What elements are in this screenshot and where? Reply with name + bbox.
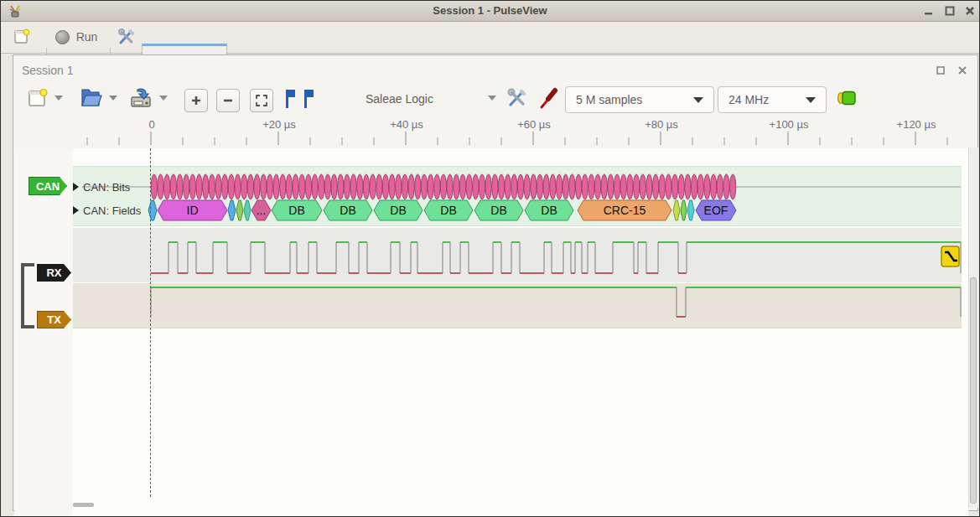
zoom-in-icon <box>189 94 203 107</box>
signal-group-bracket[interactable] <box>21 263 34 328</box>
new-view-icon <box>27 87 49 109</box>
chevron-down-icon <box>806 97 816 103</box>
run-button[interactable]: Run <box>49 23 103 50</box>
ruler-major-label: +80 µs <box>645 118 678 131</box>
minimize-button[interactable] <box>923 5 935 17</box>
device-dropdown-icon[interactable] <box>488 96 496 101</box>
device-selector[interactable]: Saleae Logic <box>366 91 458 106</box>
run-button-label: Run <box>76 30 98 44</box>
ruler-major-label: 0 <box>148 118 154 131</box>
expander-icon-bits[interactable] <box>73 183 79 191</box>
vertical-scrollbar[interactable] <box>968 147 978 508</box>
probe-icon <box>538 87 562 111</box>
ruler-major-label: +20 µs <box>262 118 296 131</box>
sample-count-value: 5 M samples <box>576 93 642 106</box>
settings-button[interactable] <box>113 23 140 50</box>
close-button[interactable] <box>964 5 976 17</box>
vertical-scrollbar-thumb[interactable] <box>970 277 977 504</box>
decoder-tag-can[interactable]: CAN <box>29 177 67 195</box>
session-dock-title: Session 1 <box>22 64 73 77</box>
sample-count-combobox[interactable]: 5 M samples <box>565 86 714 113</box>
configure-device-button[interactable] <box>506 87 528 112</box>
zoom-fit-icon <box>255 94 268 107</box>
run-state-icon <box>55 30 70 44</box>
window-title: Session 1 - PulseView <box>1 4 979 17</box>
decoder-row-fields-label[interactable]: CAN: Fields <box>83 204 141 217</box>
horizontal-scrollbar-thumb[interactable] <box>73 503 94 507</box>
decoder-band <box>73 166 962 226</box>
expander-icon-fields[interactable] <box>73 206 79 215</box>
session-dock: Session 1 <box>13 54 978 511</box>
ruler-major-label: +100 µs <box>770 118 809 131</box>
decoder-row-bits-label[interactable]: CAN: Bits <box>83 181 130 194</box>
rx-band <box>73 228 962 282</box>
tx-band <box>73 283 962 328</box>
device-label: Saleae Logic <box>366 92 433 106</box>
new-session-button[interactable] <box>8 23 36 50</box>
channels-button[interactable] <box>837 90 858 109</box>
save-button[interactable] <box>129 86 153 113</box>
open-dropdown-icon[interactable] <box>109 96 117 101</box>
sample-rate-value: 24 MHz <box>729 93 769 106</box>
ruler-major-label: +120 µs <box>897 118 936 131</box>
zoom-out-button[interactable] <box>216 89 240 112</box>
maximize-button[interactable] <box>944 5 956 17</box>
save-dropdown-icon[interactable] <box>159 96 168 101</box>
configure-icon <box>506 87 528 109</box>
new-view-dropdown-icon[interactable] <box>54 96 63 101</box>
cursors-icon <box>283 88 319 110</box>
pulseview-window: Session 1 - PulseView Run <box>0 0 980 517</box>
new-session-icon <box>13 28 30 45</box>
save-icon <box>129 86 153 110</box>
dock-close-icon[interactable] <box>957 65 967 75</box>
session-toolbar: Saleae Logic 5 M samples <box>13 83 977 116</box>
new-view-button[interactable] <box>27 87 49 112</box>
show-cursors-button[interactable] <box>283 88 319 113</box>
open-folder-icon <box>79 86 102 110</box>
title-bar[interactable]: Session 1 - PulseView <box>1 1 979 22</box>
channels-icon <box>837 90 858 106</box>
dock-restore-icon[interactable] <box>936 65 946 75</box>
main-toolbar: Run Session 1 × <box>1 22 979 54</box>
trace-header-panel <box>14 148 73 517</box>
zoom-fit-button[interactable] <box>250 89 273 112</box>
time-cursor[interactable] <box>150 148 151 497</box>
tools-icon <box>117 28 136 46</box>
zoom-out-icon <box>221 94 235 107</box>
sample-rate-combobox[interactable]: 24 MHz <box>718 86 827 113</box>
channels-probe-button[interactable] <box>538 87 562 114</box>
ruler-major-label: +40 µs <box>390 118 423 131</box>
chevron-down-icon <box>693 97 703 103</box>
open-button[interactable] <box>79 86 102 113</box>
ruler-major-label: +60 µs <box>517 118 551 131</box>
zoom-in-button[interactable] <box>184 89 208 112</box>
